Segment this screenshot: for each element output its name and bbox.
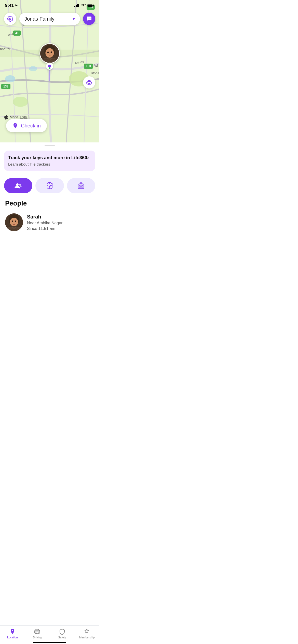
apple-logo-icon bbox=[4, 114, 8, 120]
map-place-titoda: Titoda bbox=[90, 71, 99, 75]
gear-icon bbox=[7, 16, 13, 22]
people-section-title: People bbox=[0, 195, 99, 210]
location-dot bbox=[46, 63, 53, 70]
status-icons bbox=[74, 4, 94, 7]
chat-icon bbox=[86, 16, 92, 22]
close-icon: × bbox=[87, 155, 90, 160]
person-info-sarah: Sarah Near Ambika Nagar Since 11:51 am bbox=[27, 214, 63, 231]
promo-banner[interactable]: Track your keys and more in Life360 Lear… bbox=[4, 151, 95, 171]
svg-rect-1 bbox=[76, 5, 77, 7]
svg-point-13 bbox=[89, 18, 89, 19]
location-arrow-icon bbox=[15, 4, 18, 7]
top-bar: Jonas Family ▾ bbox=[0, 13, 99, 25]
tile-tab-button[interactable] bbox=[35, 178, 64, 193]
promo-title: Track your keys and more in Life360 bbox=[8, 155, 91, 160]
svg-rect-5 bbox=[88, 5, 93, 7]
checkin-button[interactable]: Check in bbox=[6, 119, 47, 132]
map-place-hhatral: hhatral bbox=[0, 47, 10, 51]
signal-icon bbox=[74, 4, 79, 7]
avatar-image bbox=[39, 43, 60, 64]
map-shield-133: 133 bbox=[84, 64, 93, 69]
person-name-sarah: Sarah bbox=[27, 214, 63, 220]
svg-point-14 bbox=[90, 18, 90, 19]
person-card-sarah[interactable]: Sarah Near Ambika Nagar Since 11:51 am bbox=[0, 210, 99, 236]
avatar-pin[interactable] bbox=[39, 43, 60, 70]
svg-rect-32 bbox=[8, 227, 20, 231]
svg-point-22 bbox=[16, 183, 19, 186]
building-icon bbox=[77, 182, 85, 189]
apple-maps-label: Maps bbox=[10, 115, 18, 119]
person-avatar-sarah bbox=[5, 213, 23, 231]
people-tab-button[interactable] bbox=[4, 178, 32, 193]
svg-rect-3 bbox=[78, 4, 79, 7]
svg-point-20 bbox=[51, 51, 52, 53]
places-tab-button[interactable] bbox=[67, 178, 95, 193]
tile-icon bbox=[46, 182, 53, 189]
battery-icon bbox=[87, 4, 94, 7]
status-bar: 9:41 bbox=[0, 0, 99, 11]
chevron-down-icon: ▾ bbox=[73, 16, 75, 22]
time-display: 9:41 bbox=[5, 3, 14, 8]
svg-point-10 bbox=[13, 97, 28, 107]
svg-point-30 bbox=[12, 221, 13, 222]
settings-button[interactable] bbox=[4, 13, 16, 25]
map-place-adr: Adr bbox=[94, 64, 99, 67]
sarah-face-svg bbox=[5, 213, 23, 231]
sheet-handle bbox=[0, 142, 99, 148]
legal-link[interactable]: Legal bbox=[20, 115, 27, 119]
svg-point-29 bbox=[10, 218, 18, 226]
person-face-svg bbox=[40, 44, 59, 63]
bottom-sheet: Track your keys and more in Life360 Lear… bbox=[0, 142, 99, 262]
family-name-label: Jonas Family bbox=[24, 16, 55, 22]
map-watermark: Maps Legal bbox=[4, 114, 28, 120]
promo-close-button[interactable]: × bbox=[85, 154, 92, 161]
wifi-icon bbox=[81, 4, 86, 7]
checkin-pin-icon bbox=[12, 123, 18, 129]
svg-rect-2 bbox=[77, 4, 78, 7]
checkin-label-text: Check in bbox=[21, 123, 41, 129]
map-shield-41: 41 bbox=[13, 31, 21, 36]
person-location-sarah: Near Ambika Nagar bbox=[27, 221, 63, 225]
svg-point-8 bbox=[29, 66, 37, 71]
svg-point-19 bbox=[47, 51, 49, 53]
status-time: 9:41 bbox=[5, 3, 18, 8]
person-time-sarah: Since 11:51 am bbox=[27, 226, 63, 231]
promo-subtitle: Learn about Tile trackers bbox=[8, 162, 91, 166]
svg-point-7 bbox=[5, 75, 15, 82]
layers-button[interactable] bbox=[83, 76, 95, 89]
svg-point-31 bbox=[15, 221, 16, 222]
svg-point-12 bbox=[88, 18, 88, 19]
svg-rect-0 bbox=[74, 6, 75, 7]
family-selector[interactable]: Jonas Family ▾ bbox=[19, 13, 80, 25]
action-buttons-row bbox=[0, 174, 99, 195]
map-shield-138-left: 138 bbox=[1, 84, 10, 89]
svg-rect-25 bbox=[78, 184, 84, 189]
svg-point-18 bbox=[45, 48, 54, 58]
location-pin-inner bbox=[48, 64, 52, 68]
svg-point-23 bbox=[19, 184, 21, 186]
map-container: ISAND ROAD SH-41 SH-133 Pansar hhatral A… bbox=[0, 0, 99, 142]
people-icon bbox=[15, 183, 22, 189]
layers-icon bbox=[86, 79, 92, 85]
svg-rect-21 bbox=[44, 58, 56, 63]
svg-point-24 bbox=[49, 185, 50, 186]
messages-button[interactable] bbox=[83, 13, 95, 25]
handle-bar bbox=[45, 145, 55, 146]
